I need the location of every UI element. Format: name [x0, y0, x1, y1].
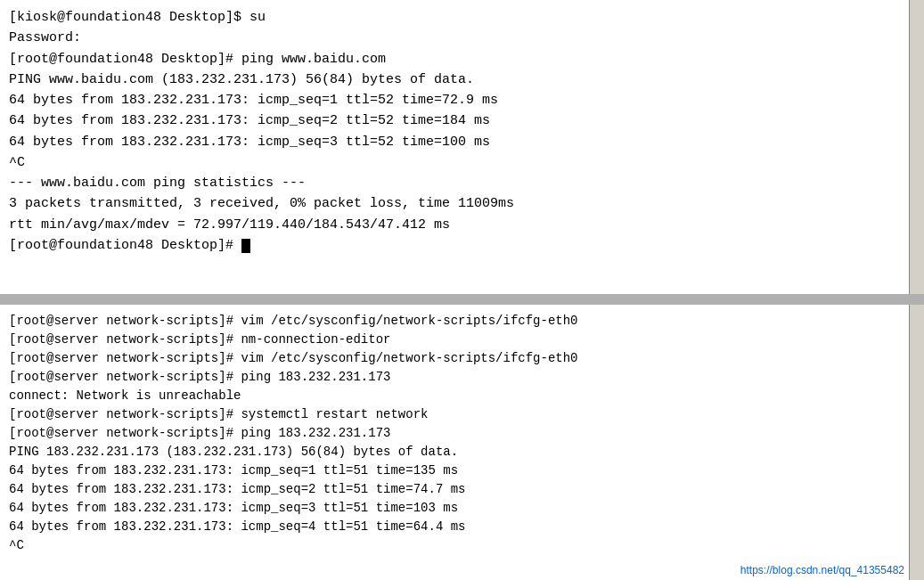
panel-divider: [0, 294, 924, 305]
bottom-scrollbar[interactable]: [909, 305, 924, 580]
bottom-terminal-panel: [root@server network-scripts]# vim /etc/…: [0, 305, 909, 580]
watermark-link[interactable]: https://blog.csdn.net/qq_41355482: [740, 564, 904, 576]
bottom-terminal-output: [root@server network-scripts]# vim /etc/…: [9, 312, 900, 555]
top-terminal-panel: [kiosk@foundation48 Desktop]$ su Passwor…: [0, 0, 909, 294]
top-terminal-output: [kiosk@foundation48 Desktop]$ su Passwor…: [9, 7, 900, 256]
top-scrollbar[interactable]: [909, 0, 924, 294]
